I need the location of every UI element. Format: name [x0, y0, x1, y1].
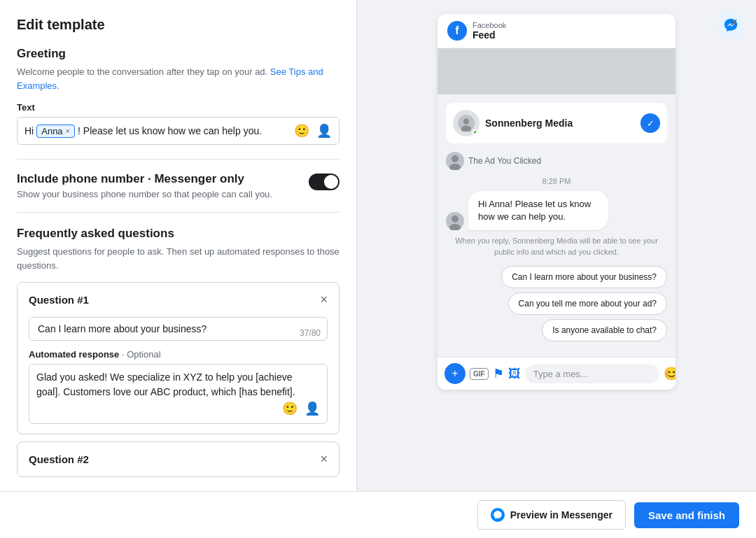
add-icon[interactable]: +: [444, 363, 465, 384]
response-emoji-icon[interactable]: 🙂: [281, 399, 299, 418]
suggestions: Can I learn more about your business? Ca…: [446, 266, 667, 341]
chat-text-field[interactable]: [525, 364, 659, 383]
close-button[interactable]: ×: [722, 11, 745, 34]
chat-emoji-icon[interactable]: 😊: [664, 366, 676, 381]
question-1-char-count: 37/80: [300, 328, 321, 338]
question-card-1: Question #1 × 37/80 Automated response ·…: [17, 282, 340, 434]
hi-text: Hi: [24, 125, 34, 136]
greeting-text-input[interactable]: Hi Anna × ! Please let us know how we ca…: [17, 117, 340, 145]
question-1-close[interactable]: ×: [320, 292, 328, 307]
right-panel: f Facebook Feed: [357, 0, 756, 538]
platform-label: Facebook: [472, 21, 506, 29]
response-label: Automated response · Optional: [29, 349, 328, 360]
modal-container: Edit template Greeting Welcome people to…: [0, 0, 756, 538]
question-1-header: Question #1 ×: [18, 283, 339, 317]
ad-banner: [438, 48, 676, 94]
input-icons: 🙂 👤: [293, 122, 333, 140]
preview-messenger-icon: [491, 508, 505, 522]
message-bubble-row: Hi Anna! Please let us know how we can h…: [446, 191, 667, 230]
svg-point-4: [451, 155, 458, 162]
timestamp: 8:28 PM: [446, 177, 667, 185]
emoji-icon[interactable]: 🙂: [293, 122, 311, 140]
response-icons: 🙂 👤: [281, 399, 321, 418]
greeting-desc: Welcome people to the conversation after…: [17, 65, 340, 92]
text-field-label: Text: [17, 102, 340, 113]
question-2-header: Question #2 ×: [18, 442, 339, 476]
chat-input-bar: + GIF ⚑ 🖼 😊 👍: [438, 357, 676, 390]
chat-preview: f Facebook Feed: [438, 14, 676, 390]
question-1-input[interactable]: [29, 317, 328, 341]
business-avatar: [453, 110, 479, 136]
question-1-input-wrapper: 37/80: [29, 317, 328, 349]
sticker-icon[interactable]: ⚑: [493, 366, 504, 381]
svg-point-1: [463, 118, 469, 124]
anna-tag[interactable]: Anna ×: [36, 125, 75, 138]
response-person-icon[interactable]: 👤: [303, 399, 321, 418]
gif-button[interactable]: GIF: [470, 368, 489, 380]
phone-toggle[interactable]: [309, 174, 340, 190]
svg-point-7: [451, 215, 458, 222]
question-2-close[interactable]: ×: [320, 452, 328, 467]
chat-body: Sonnenberg Media ✓ The Ad You Clicked: [438, 94, 676, 357]
verified-badge: ✓: [640, 113, 660, 133]
ad-clicked-row: The Ad You Clicked: [446, 152, 667, 170]
business-row: Sonnenberg Media ✓: [446, 103, 667, 143]
photo-icon[interactable]: 🖼: [508, 367, 521, 381]
greeting-section: Greeting Welcome people to the conversat…: [17, 47, 340, 145]
chat-header-text: Facebook Feed: [472, 21, 506, 41]
toggle-desc: Show your business phone number so that …: [17, 189, 300, 199]
business-avatar-icon: [458, 115, 475, 132]
question-1-label: Question #1: [29, 294, 89, 306]
tag-remove-icon[interactable]: ×: [66, 127, 70, 135]
left-panel: Edit template Greeting Welcome people to…: [0, 0, 357, 538]
toggle-title: Include phone number · Messenger only: [17, 172, 300, 186]
info-text: When you reply, Sonnenberg Media will be…: [446, 236, 667, 257]
input-suffix-text: ! Please let us know how we can help you…: [78, 125, 262, 136]
save-finish-button[interactable]: Save and finish: [634, 502, 739, 528]
msg-avatar-icon: [446, 212, 464, 230]
online-indicator: [472, 129, 479, 136]
greeting-title: Greeting: [17, 47, 340, 61]
chat-header: f Facebook Feed: [438, 14, 676, 48]
suggestion-2[interactable]: Can you tell me more about your ad?: [508, 292, 667, 315]
faq-section: Frequently asked questions Suggest quest…: [17, 227, 340, 477]
bottom-bar: Preview in Messenger Save and finish: [0, 491, 756, 538]
messenger-small-icon: [493, 510, 503, 520]
preview-label: Preview in Messenger: [510, 509, 612, 521]
question-2-label: Question #2: [29, 453, 89, 465]
message-bubble: Hi Anna! Please let us know how we can h…: [468, 191, 608, 230]
ad-clicked-text: The Ad You Clicked: [468, 156, 541, 166]
preview-messenger-button[interactable]: Preview in Messenger: [477, 500, 626, 530]
small-avatar: [446, 152, 464, 170]
modal-title: Edit template: [17, 17, 340, 33]
question-1-body: 37/80 Automated response · Optional Glad…: [18, 317, 339, 434]
suggestion-1[interactable]: Can I learn more about your business?: [501, 266, 667, 288]
response-textarea-wrapper: Glad you asked! We specialize in XYZ to …: [29, 364, 328, 424]
faq-desc: Suggest questions for people to ask. The…: [17, 245, 340, 272]
business-name: Sonnenberg Media: [485, 118, 635, 129]
suggestion-3[interactable]: Is anyone available to chat?: [542, 319, 667, 341]
feed-label: Feed: [472, 29, 506, 41]
msg-avatar: [446, 212, 464, 230]
fb-logo: f: [447, 21, 467, 41]
faq-title: Frequently asked questions: [17, 227, 340, 241]
question-card-2: Question #2 ×: [17, 441, 340, 477]
phone-toggle-section: Include phone number · Messenger only Sh…: [17, 159, 340, 213]
small-avatar-icon: [446, 152, 464, 170]
toggle-content: Include phone number · Messenger only Sh…: [17, 172, 300, 199]
person-icon[interactable]: 👤: [315, 122, 333, 140]
